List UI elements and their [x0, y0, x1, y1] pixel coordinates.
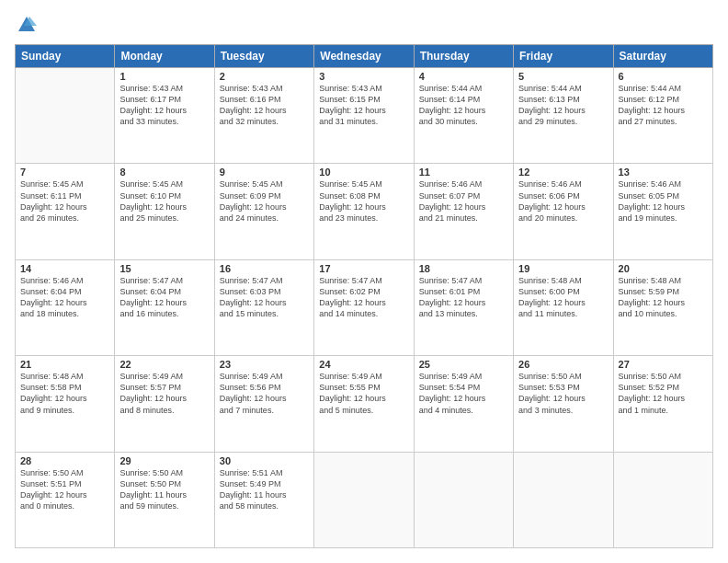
calendar-cell: 11Sunrise: 5:46 AMSunset: 6:07 PMDayligh… — [414, 164, 513, 259]
day-info: Sunrise: 5:46 AMSunset: 6:07 PMDaylight:… — [419, 178, 508, 224]
calendar-cell: 9Sunrise: 5:45 AMSunset: 6:09 PMDaylight… — [214, 164, 313, 259]
calendar-cell: 4Sunrise: 5:44 AMSunset: 6:14 PMDaylight… — [414, 68, 513, 164]
calendar-cell — [613, 452, 712, 547]
calendar-cell: 25Sunrise: 5:49 AMSunset: 5:54 PMDayligh… — [414, 356, 513, 452]
day-info: Sunrise: 5:44 AMSunset: 6:12 PMDaylight:… — [619, 83, 708, 128]
calendar-week-row: 14Sunrise: 5:46 AMSunset: 6:04 PMDayligh… — [16, 259, 713, 355]
weekday-header-wednesday: Wednesday — [314, 45, 414, 68]
day-number: 14 — [20, 263, 109, 274]
day-info: Sunrise: 5:45 AMSunset: 6:08 PMDaylight:… — [319, 178, 408, 224]
weekday-header-row: SundayMondayTuesdayWednesdayThursdayFrid… — [16, 45, 713, 68]
day-number: 3 — [319, 71, 408, 82]
day-info: Sunrise: 5:45 AMSunset: 6:10 PMDaylight:… — [119, 178, 209, 224]
day-number: 8 — [119, 167, 209, 178]
calendar-cell — [16, 68, 115, 164]
day-info: Sunrise: 5:46 AMSunset: 6:06 PMDaylight:… — [518, 178, 608, 224]
calendar-cell: 5Sunrise: 5:44 AMSunset: 6:13 PMDaylight… — [514, 68, 613, 164]
day-info: Sunrise: 5:50 AMSunset: 5:51 PMDaylight:… — [20, 467, 109, 512]
day-number: 24 — [319, 359, 408, 370]
day-info: Sunrise: 5:47 AMSunset: 6:02 PMDaylight:… — [319, 275, 408, 320]
logo — [15, 15, 37, 35]
day-info: Sunrise: 5:49 AMSunset: 5:54 PMDaylight:… — [419, 371, 508, 416]
day-info: Sunrise: 5:43 AMSunset: 6:17 PMDaylight:… — [119, 83, 209, 128]
day-number: 5 — [518, 71, 608, 82]
day-number: 6 — [619, 71, 708, 82]
day-number: 10 — [319, 167, 408, 178]
calendar-cell: 16Sunrise: 5:47 AMSunset: 6:03 PMDayligh… — [214, 259, 313, 355]
day-number: 15 — [119, 263, 209, 274]
calendar-cell — [414, 452, 513, 547]
day-number: 11 — [419, 167, 508, 178]
day-number: 29 — [119, 455, 209, 466]
day-number: 1 — [119, 71, 209, 82]
day-number: 18 — [419, 263, 508, 274]
calendar-cell: 26Sunrise: 5:50 AMSunset: 5:53 PMDayligh… — [514, 356, 613, 452]
day-number: 4 — [419, 71, 508, 82]
day-info: Sunrise: 5:46 AMSunset: 6:05 PMDaylight:… — [619, 178, 708, 224]
calendar-cell: 23Sunrise: 5:49 AMSunset: 5:56 PMDayligh… — [214, 356, 313, 452]
day-number: 23 — [220, 359, 309, 370]
day-number: 9 — [220, 167, 309, 178]
day-number: 12 — [518, 167, 608, 178]
calendar-cell: 30Sunrise: 5:51 AMSunset: 5:49 PMDayligh… — [214, 452, 313, 547]
day-info: Sunrise: 5:48 AMSunset: 5:59 PMDaylight:… — [619, 275, 708, 320]
day-number: 25 — [419, 359, 508, 370]
day-info: Sunrise: 5:47 AMSunset: 6:04 PMDaylight:… — [119, 275, 209, 320]
weekday-header-thursday: Thursday — [414, 45, 513, 68]
day-number: 2 — [220, 71, 309, 82]
day-info: Sunrise: 5:43 AMSunset: 6:16 PMDaylight:… — [220, 83, 309, 128]
day-info: Sunrise: 5:46 AMSunset: 6:04 PMDaylight:… — [20, 275, 109, 320]
calendar-cell — [314, 452, 414, 547]
calendar-cell: 6Sunrise: 5:44 AMSunset: 6:12 PMDaylight… — [613, 68, 712, 164]
logo-icon — [17, 15, 37, 35]
calendar-cell: 20Sunrise: 5:48 AMSunset: 5:59 PMDayligh… — [613, 259, 712, 355]
day-number: 27 — [619, 359, 708, 370]
day-number: 7 — [20, 167, 109, 178]
calendar-cell: 14Sunrise: 5:46 AMSunset: 6:04 PMDayligh… — [16, 259, 115, 355]
day-info: Sunrise: 5:50 AMSunset: 5:53 PMDaylight:… — [518, 371, 608, 416]
calendar-week-row: 28Sunrise: 5:50 AMSunset: 5:51 PMDayligh… — [16, 452, 713, 547]
calendar-week-row: 21Sunrise: 5:48 AMSunset: 5:58 PMDayligh… — [16, 356, 713, 452]
calendar-cell: 21Sunrise: 5:48 AMSunset: 5:58 PMDayligh… — [16, 356, 115, 452]
day-info: Sunrise: 5:47 AMSunset: 6:03 PMDaylight:… — [220, 275, 309, 320]
calendar-cell: 18Sunrise: 5:47 AMSunset: 6:01 PMDayligh… — [414, 259, 513, 355]
day-number: 28 — [20, 455, 109, 466]
calendar-cell: 24Sunrise: 5:49 AMSunset: 5:55 PMDayligh… — [314, 356, 414, 452]
day-number: 13 — [619, 167, 708, 178]
calendar-cell: 29Sunrise: 5:50 AMSunset: 5:50 PMDayligh… — [115, 452, 214, 547]
day-info: Sunrise: 5:51 AMSunset: 5:49 PMDaylight:… — [220, 467, 309, 512]
day-info: Sunrise: 5:47 AMSunset: 6:01 PMDaylight:… — [419, 275, 508, 320]
day-info: Sunrise: 5:45 AMSunset: 6:11 PMDaylight:… — [20, 178, 109, 224]
calendar-cell: 12Sunrise: 5:46 AMSunset: 6:06 PMDayligh… — [514, 164, 613, 259]
calendar-week-row: 1Sunrise: 5:43 AMSunset: 6:17 PMDaylight… — [16, 68, 713, 164]
calendar-cell: 28Sunrise: 5:50 AMSunset: 5:51 PMDayligh… — [16, 452, 115, 547]
day-info: Sunrise: 5:49 AMSunset: 5:57 PMDaylight:… — [119, 371, 209, 416]
calendar-cell: 7Sunrise: 5:45 AMSunset: 6:11 PMDaylight… — [16, 164, 115, 259]
calendar-cell: 1Sunrise: 5:43 AMSunset: 6:17 PMDaylight… — [115, 68, 214, 164]
calendar-cell: 19Sunrise: 5:48 AMSunset: 6:00 PMDayligh… — [514, 259, 613, 355]
weekday-header-sunday: Sunday — [16, 45, 115, 68]
day-number: 21 — [20, 359, 109, 370]
day-info: Sunrise: 5:48 AMSunset: 6:00 PMDaylight:… — [518, 275, 608, 320]
day-info: Sunrise: 5:48 AMSunset: 5:58 PMDaylight:… — [20, 371, 109, 416]
calendar-cell: 3Sunrise: 5:43 AMSunset: 6:15 PMDaylight… — [314, 68, 414, 164]
calendar-page: SundayMondayTuesdayWednesdayThursdayFrid… — [0, 0, 728, 563]
day-number: 22 — [119, 359, 209, 370]
weekday-header-monday: Monday — [115, 45, 214, 68]
calendar-cell: 2Sunrise: 5:43 AMSunset: 6:16 PMDaylight… — [214, 68, 313, 164]
day-number: 30 — [220, 455, 309, 466]
weekday-header-friday: Friday — [514, 45, 613, 68]
day-info: Sunrise: 5:50 AMSunset: 5:52 PMDaylight:… — [619, 371, 708, 416]
calendar-cell: 10Sunrise: 5:45 AMSunset: 6:08 PMDayligh… — [314, 164, 414, 259]
calendar-cell — [514, 452, 613, 547]
calendar-table: SundayMondayTuesdayWednesdayThursdayFrid… — [15, 44, 713, 548]
calendar-cell: 15Sunrise: 5:47 AMSunset: 6:04 PMDayligh… — [115, 259, 214, 355]
calendar-cell: 27Sunrise: 5:50 AMSunset: 5:52 PMDayligh… — [613, 356, 712, 452]
day-number: 26 — [518, 359, 608, 370]
day-number: 17 — [319, 263, 408, 274]
weekday-header-tuesday: Tuesday — [214, 45, 313, 68]
weekday-header-saturday: Saturday — [613, 45, 712, 68]
calendar-cell: 8Sunrise: 5:45 AMSunset: 6:10 PMDaylight… — [115, 164, 214, 259]
day-info: Sunrise: 5:45 AMSunset: 6:09 PMDaylight:… — [220, 178, 309, 224]
day-number: 20 — [619, 263, 708, 274]
